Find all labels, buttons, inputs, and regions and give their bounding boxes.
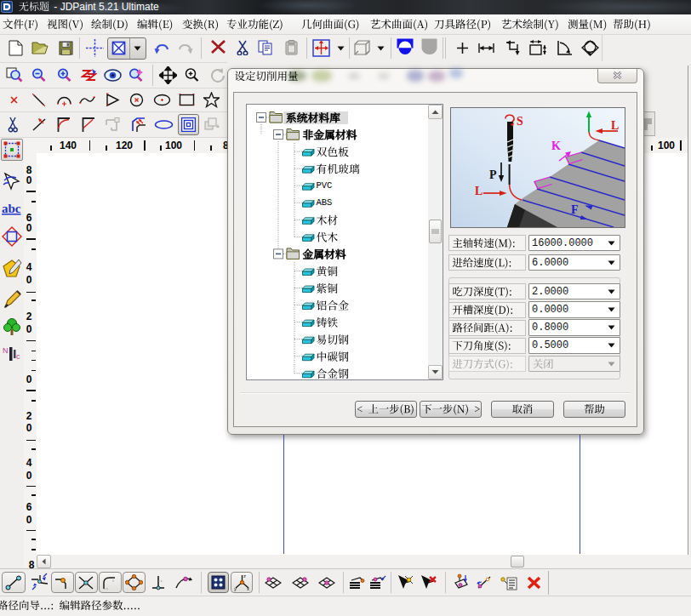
svg-text:N: N (3, 346, 9, 355)
svg-text:z: z (243, 573, 246, 579)
svg-text:c: c (16, 352, 20, 361)
svg-text:x: x (247, 586, 249, 591)
svg-text:y: y (234, 586, 237, 591)
svg-text:abc: abc (2, 202, 21, 215)
